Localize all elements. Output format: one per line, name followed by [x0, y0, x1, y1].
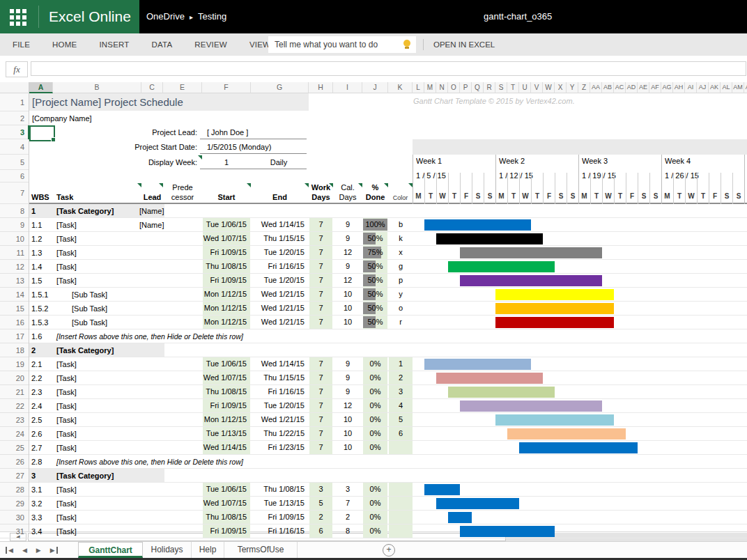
- gantt-bar[interactable]: [495, 289, 614, 300]
- week-date[interactable]: 1 / 5 / 15: [416, 171, 493, 181]
- cell-task[interactable]: [Task Category]: [56, 469, 164, 483]
- col-header-W[interactable]: W: [543, 82, 555, 93]
- cell-start[interactable]: Mon 1/12/15: [203, 288, 250, 301]
- cell-start[interactable]: Mon 1/12/15: [203, 316, 250, 329]
- cell-color[interactable]: 6: [389, 427, 413, 440]
- gantt-bar[interactable]: [460, 247, 602, 258]
- col-header-AJ[interactable]: AJ: [697, 82, 709, 93]
- cell-start[interactable]: Mon 1/12/15: [203, 413, 250, 426]
- day-letter[interactable]: T: [424, 182, 436, 204]
- gantt-bar[interactable]: [448, 261, 555, 272]
- day-letter[interactable]: S: [555, 182, 567, 204]
- col-header-T[interactable]: T: [507, 82, 519, 93]
- cell-workdays[interactable]: 7: [309, 232, 332, 245]
- cell-caldays[interactable]: 9: [333, 371, 362, 384]
- cell-note[interactable]: [Insert Rows above this one, then Hide o…: [56, 329, 286, 343]
- cell-color[interactable]: [389, 483, 413, 496]
- day-letter[interactable]: T: [448, 182, 460, 204]
- cell-start[interactable]: Thu 1/08/15: [203, 260, 250, 273]
- cell-end[interactable]: Tue 1/20/15: [251, 399, 308, 412]
- cell-wbs[interactable]: 2.7: [31, 441, 55, 455]
- day-letter[interactable]: M: [495, 182, 507, 204]
- col-header-G[interactable]: G: [251, 82, 309, 93]
- cell-task[interactable]: [Task]: [56, 218, 140, 232]
- gantt-bar[interactable]: [436, 373, 543, 384]
- cell-caldays[interactable]: 12: [333, 274, 362, 287]
- gantt-bar[interactable]: [460, 275, 602, 286]
- row-header-23[interactable]: 23: [0, 413, 24, 427]
- cell-workdays[interactable]: 7: [309, 316, 332, 329]
- cell-wbs[interactable]: 3.1: [31, 483, 55, 497]
- row-header-2[interactable]: 2: [0, 111, 24, 125]
- col-header-B[interactable]: B: [53, 82, 141, 93]
- cell-start[interactable]: Mon 1/12/15: [203, 302, 250, 315]
- cell-caldays[interactable]: 9: [333, 385, 362, 398]
- header-start[interactable]: Start: [202, 193, 251, 203]
- cell-workdays[interactable]: 7: [309, 371, 332, 384]
- cell-done[interactable]: 0%: [363, 357, 387, 371]
- day-letter[interactable]: F: [460, 182, 472, 204]
- cell-done[interactable]: 0%: [363, 371, 387, 384]
- row-header-12[interactable]: 12: [0, 260, 24, 274]
- row-header-3[interactable]: 3: [0, 125, 24, 139]
- col-header-R[interactable]: R: [484, 82, 495, 93]
- header-predecessor-2[interactable]: cessor: [163, 193, 202, 203]
- row-header-26[interactable]: 26: [0, 455, 24, 469]
- cell-color[interactable]: x: [389, 246, 413, 259]
- cell-end[interactable]: Wed 1/21/15: [251, 288, 308, 301]
- cell-wbs[interactable]: 1.5: [31, 274, 55, 288]
- cell-wbs[interactable]: 2.2: [31, 371, 55, 385]
- cell-task[interactable]: [Task]: [56, 524, 140, 538]
- col-header-O[interactable]: O: [448, 82, 460, 93]
- cell-end[interactable]: Tue 1/20/15: [251, 274, 308, 287]
- cell-done[interactable]: 50%: [363, 302, 387, 315]
- cell-caldays[interactable]: 9: [333, 357, 362, 371]
- cell-color[interactable]: [389, 497, 413, 510]
- cell-color[interactable]: [389, 524, 413, 538]
- cell-workdays[interactable]: 7: [309, 260, 332, 273]
- week-date[interactable]: 1 / 12 / 15: [499, 171, 576, 181]
- cell-task[interactable]: [Task]: [56, 441, 140, 455]
- col-header-U[interactable]: U: [519, 82, 531, 93]
- row-header-5[interactable]: 5: [0, 155, 24, 170]
- cell-workdays[interactable]: 3: [309, 483, 332, 496]
- col-header-A[interactable]: A: [29, 82, 53, 93]
- cell-done[interactable]: 50%: [363, 260, 387, 273]
- breadcrumb-onedrive[interactable]: OneDrive: [146, 11, 185, 22]
- cell-wbs[interactable]: 3.3: [31, 511, 55, 524]
- col-header-AD[interactable]: AD: [626, 82, 638, 93]
- cell-task[interactable]: [Task]: [56, 371, 140, 385]
- header-wbs[interactable]: WBS: [31, 193, 54, 203]
- day-letter[interactable]: S: [567, 182, 578, 204]
- cell-task[interactable]: [Task]: [56, 427, 140, 441]
- day-letter[interactable]: M: [578, 182, 590, 204]
- cell-done[interactable]: 0%: [363, 483, 387, 496]
- cell-done[interactable]: 0%: [363, 497, 387, 510]
- col-header-C[interactable]: C: [141, 82, 163, 93]
- col-header-AE[interactable]: AE: [638, 82, 649, 93]
- cell-caldays[interactable]: 2: [333, 511, 362, 524]
- week-label[interactable]: Week 1: [416, 157, 493, 166]
- cell-caldays[interactable]: 10: [333, 288, 362, 301]
- gantt-bar[interactable]: [436, 498, 519, 509]
- row-header-14[interactable]: 14: [0, 288, 24, 302]
- cell-color[interactable]: p: [389, 274, 413, 287]
- cell-start[interactable]: Thu 1/08/15: [203, 511, 250, 524]
- cell-workdays[interactable]: 7: [309, 399, 332, 412]
- day-letter[interactable]: S: [472, 182, 484, 204]
- display-mode-value[interactable]: Daily: [251, 155, 307, 169]
- menu-home[interactable]: HOME: [41, 33, 88, 56]
- cell-caldays[interactable]: 3: [333, 483, 362, 496]
- col-header-AI[interactable]: AI: [685, 82, 697, 93]
- cell-workdays[interactable]: 5: [309, 497, 332, 510]
- cell-note[interactable]: [Insert Rows above this one, then Hide o…: [56, 455, 286, 469]
- cell-end[interactable]: Wed 1/21/15: [251, 413, 308, 426]
- col-header-E[interactable]: E: [163, 82, 202, 93]
- cell-done[interactable]: 0%: [363, 399, 387, 412]
- cell-color[interactable]: 2: [389, 371, 413, 384]
- cell-caldays[interactable]: 10: [333, 413, 362, 426]
- cell-workdays[interactable]: 7: [309, 302, 332, 315]
- row-header-8[interactable]: 8: [0, 204, 24, 218]
- cell-end[interactable]: Wed 1/14/15: [251, 357, 308, 371]
- col-header-F[interactable]: F: [202, 82, 251, 93]
